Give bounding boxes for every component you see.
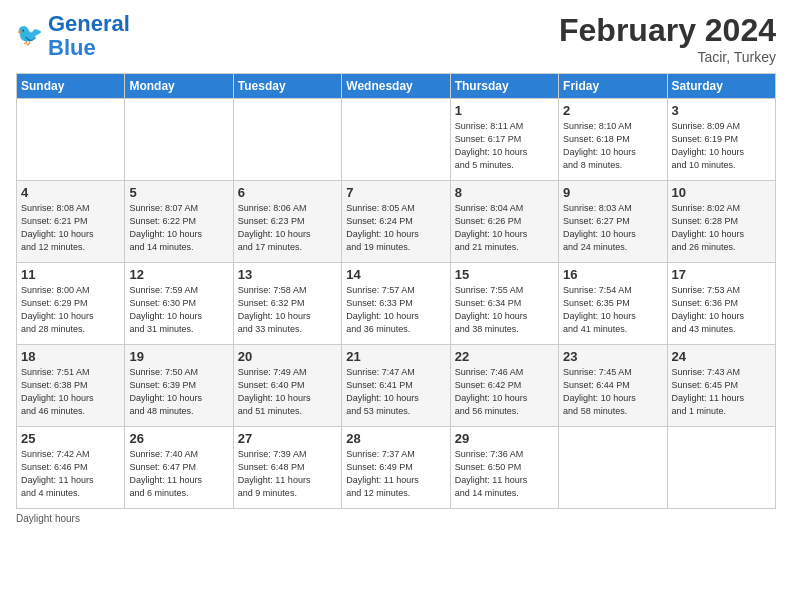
- day-number: 3: [672, 103, 771, 118]
- day-info: Sunrise: 7:53 AM Sunset: 6:36 PM Dayligh…: [672, 284, 771, 336]
- day-info: Sunrise: 8:11 AM Sunset: 6:17 PM Dayligh…: [455, 120, 554, 172]
- day-number: 17: [672, 267, 771, 282]
- day-number: 28: [346, 431, 445, 446]
- day-number: 20: [238, 349, 337, 364]
- calendar-cell: 15Sunrise: 7:55 AM Sunset: 6:34 PM Dayli…: [450, 263, 558, 345]
- day-number: 24: [672, 349, 771, 364]
- day-number: 6: [238, 185, 337, 200]
- calendar-week-1: 1Sunrise: 8:11 AM Sunset: 6:17 PM Daylig…: [17, 99, 776, 181]
- calendar-week-3: 11Sunrise: 8:00 AM Sunset: 6:29 PM Dayli…: [17, 263, 776, 345]
- calendar-cell: 16Sunrise: 7:54 AM Sunset: 6:35 PM Dayli…: [559, 263, 667, 345]
- day-info: Sunrise: 7:59 AM Sunset: 6:30 PM Dayligh…: [129, 284, 228, 336]
- title-block: February 2024 Tacir, Turkey: [559, 12, 776, 65]
- day-number: 13: [238, 267, 337, 282]
- page: 🐦 General Blue February 2024 Tacir, Turk…: [0, 0, 792, 532]
- calendar-cell: [233, 99, 341, 181]
- calendar-week-5: 25Sunrise: 7:42 AM Sunset: 6:46 PM Dayli…: [17, 427, 776, 509]
- calendar-cell: 2Sunrise: 8:10 AM Sunset: 6:18 PM Daylig…: [559, 99, 667, 181]
- calendar-cell: 3Sunrise: 8:09 AM Sunset: 6:19 PM Daylig…: [667, 99, 775, 181]
- calendar-cell: 28Sunrise: 7:37 AM Sunset: 6:49 PM Dayli…: [342, 427, 450, 509]
- calendar-cell: 17Sunrise: 7:53 AM Sunset: 6:36 PM Dayli…: [667, 263, 775, 345]
- logo-text2: Blue: [48, 36, 130, 60]
- day-info: Sunrise: 7:50 AM Sunset: 6:39 PM Dayligh…: [129, 366, 228, 418]
- day-info: Sunrise: 8:05 AM Sunset: 6:24 PM Dayligh…: [346, 202, 445, 254]
- day-info: Sunrise: 7:57 AM Sunset: 6:33 PM Dayligh…: [346, 284, 445, 336]
- calendar-cell: [559, 427, 667, 509]
- calendar-cell: 19Sunrise: 7:50 AM Sunset: 6:39 PM Dayli…: [125, 345, 233, 427]
- day-number: 4: [21, 185, 120, 200]
- day-info: Sunrise: 8:03 AM Sunset: 6:27 PM Dayligh…: [563, 202, 662, 254]
- day-number: 8: [455, 185, 554, 200]
- calendar-cell: 26Sunrise: 7:40 AM Sunset: 6:47 PM Dayli…: [125, 427, 233, 509]
- day-info: Sunrise: 7:58 AM Sunset: 6:32 PM Dayligh…: [238, 284, 337, 336]
- day-number: 23: [563, 349, 662, 364]
- day-info: Sunrise: 7:37 AM Sunset: 6:49 PM Dayligh…: [346, 448, 445, 500]
- header: 🐦 General Blue February 2024 Tacir, Turk…: [16, 12, 776, 65]
- day-number: 11: [21, 267, 120, 282]
- calendar-cell: 22Sunrise: 7:46 AM Sunset: 6:42 PM Dayli…: [450, 345, 558, 427]
- calendar-cell: 20Sunrise: 7:49 AM Sunset: 6:40 PM Dayli…: [233, 345, 341, 427]
- day-number: 10: [672, 185, 771, 200]
- calendar-cell: 1Sunrise: 8:11 AM Sunset: 6:17 PM Daylig…: [450, 99, 558, 181]
- col-sunday: Sunday: [17, 74, 125, 99]
- calendar-cell: 18Sunrise: 7:51 AM Sunset: 6:38 PM Dayli…: [17, 345, 125, 427]
- calendar-cell: 10Sunrise: 8:02 AM Sunset: 6:28 PM Dayli…: [667, 181, 775, 263]
- calendar-week-4: 18Sunrise: 7:51 AM Sunset: 6:38 PM Dayli…: [17, 345, 776, 427]
- col-tuesday: Tuesday: [233, 74, 341, 99]
- day-number: 21: [346, 349, 445, 364]
- day-info: Sunrise: 8:09 AM Sunset: 6:19 PM Dayligh…: [672, 120, 771, 172]
- calendar-cell: 27Sunrise: 7:39 AM Sunset: 6:48 PM Dayli…: [233, 427, 341, 509]
- logo-icon: 🐦: [16, 22, 44, 50]
- day-info: Sunrise: 7:40 AM Sunset: 6:47 PM Dayligh…: [129, 448, 228, 500]
- day-info: Sunrise: 7:55 AM Sunset: 6:34 PM Dayligh…: [455, 284, 554, 336]
- day-info: Sunrise: 7:43 AM Sunset: 6:45 PM Dayligh…: [672, 366, 771, 418]
- calendar-cell: [342, 99, 450, 181]
- day-number: 12: [129, 267, 228, 282]
- day-number: 26: [129, 431, 228, 446]
- day-number: 1: [455, 103, 554, 118]
- day-info: Sunrise: 7:51 AM Sunset: 6:38 PM Dayligh…: [21, 366, 120, 418]
- calendar-cell: 5Sunrise: 8:07 AM Sunset: 6:22 PM Daylig…: [125, 181, 233, 263]
- day-info: Sunrise: 8:10 AM Sunset: 6:18 PM Dayligh…: [563, 120, 662, 172]
- footer: Daylight hours: [16, 513, 776, 524]
- day-info: Sunrise: 8:08 AM Sunset: 6:21 PM Dayligh…: [21, 202, 120, 254]
- day-number: 9: [563, 185, 662, 200]
- day-number: 5: [129, 185, 228, 200]
- calendar-cell: 21Sunrise: 7:47 AM Sunset: 6:41 PM Dayli…: [342, 345, 450, 427]
- col-saturday: Saturday: [667, 74, 775, 99]
- calendar-cell: 9Sunrise: 8:03 AM Sunset: 6:27 PM Daylig…: [559, 181, 667, 263]
- calendar-cell: 6Sunrise: 8:06 AM Sunset: 6:23 PM Daylig…: [233, 181, 341, 263]
- location-subtitle: Tacir, Turkey: [559, 49, 776, 65]
- logo-text: General: [48, 12, 130, 36]
- col-friday: Friday: [559, 74, 667, 99]
- day-info: Sunrise: 7:47 AM Sunset: 6:41 PM Dayligh…: [346, 366, 445, 418]
- day-info: Sunrise: 7:42 AM Sunset: 6:46 PM Dayligh…: [21, 448, 120, 500]
- day-number: 16: [563, 267, 662, 282]
- header-row: Sunday Monday Tuesday Wednesday Thursday…: [17, 74, 776, 99]
- day-info: Sunrise: 7:45 AM Sunset: 6:44 PM Dayligh…: [563, 366, 662, 418]
- calendar-cell: [125, 99, 233, 181]
- day-number: 19: [129, 349, 228, 364]
- day-number: 25: [21, 431, 120, 446]
- calendar-cell: 13Sunrise: 7:58 AM Sunset: 6:32 PM Dayli…: [233, 263, 341, 345]
- day-info: Sunrise: 7:39 AM Sunset: 6:48 PM Dayligh…: [238, 448, 337, 500]
- day-info: Sunrise: 7:54 AM Sunset: 6:35 PM Dayligh…: [563, 284, 662, 336]
- calendar-cell: 14Sunrise: 7:57 AM Sunset: 6:33 PM Dayli…: [342, 263, 450, 345]
- month-title: February 2024: [559, 12, 776, 49]
- day-info: Sunrise: 8:06 AM Sunset: 6:23 PM Dayligh…: [238, 202, 337, 254]
- day-info: Sunrise: 7:49 AM Sunset: 6:40 PM Dayligh…: [238, 366, 337, 418]
- col-wednesday: Wednesday: [342, 74, 450, 99]
- day-number: 7: [346, 185, 445, 200]
- col-monday: Monday: [125, 74, 233, 99]
- day-number: 2: [563, 103, 662, 118]
- day-number: 15: [455, 267, 554, 282]
- day-info: Sunrise: 8:02 AM Sunset: 6:28 PM Dayligh…: [672, 202, 771, 254]
- calendar-cell: [667, 427, 775, 509]
- calendar-cell: 24Sunrise: 7:43 AM Sunset: 6:45 PM Dayli…: [667, 345, 775, 427]
- calendar-cell: 4Sunrise: 8:08 AM Sunset: 6:21 PM Daylig…: [17, 181, 125, 263]
- daylight-label: Daylight hours: [16, 513, 80, 524]
- svg-text:🐦: 🐦: [16, 22, 44, 48]
- calendar-cell: 8Sunrise: 8:04 AM Sunset: 6:26 PM Daylig…: [450, 181, 558, 263]
- calendar-cell: 12Sunrise: 7:59 AM Sunset: 6:30 PM Dayli…: [125, 263, 233, 345]
- day-info: Sunrise: 8:04 AM Sunset: 6:26 PM Dayligh…: [455, 202, 554, 254]
